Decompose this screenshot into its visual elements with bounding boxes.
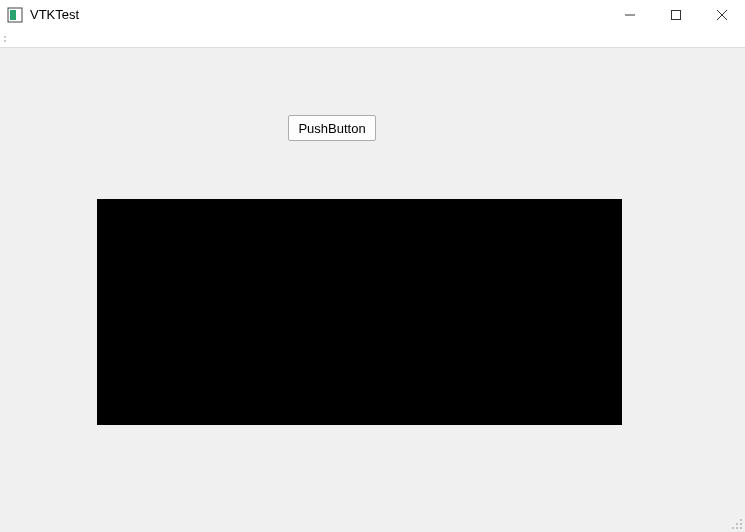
maximize-button[interactable]	[653, 0, 699, 30]
svg-rect-3	[672, 11, 681, 20]
svg-point-13	[740, 527, 742, 529]
window-controls	[607, 0, 745, 29]
toolbar-grip-icon[interactable]	[4, 35, 10, 43]
svg-point-11	[732, 527, 734, 529]
push-button[interactable]: PushButton	[288, 115, 376, 141]
push-button-label: PushButton	[298, 121, 365, 136]
close-button[interactable]	[699, 0, 745, 30]
minimize-button[interactable]	[607, 0, 653, 30]
svg-point-10	[740, 523, 742, 525]
app-icon	[7, 7, 23, 23]
window-title: VTKTest	[30, 7, 79, 22]
svg-point-7	[4, 40, 6, 42]
svg-point-12	[736, 527, 738, 529]
svg-point-6	[4, 36, 6, 38]
window-titlebar: VTKTest	[0, 0, 745, 30]
svg-rect-1	[10, 10, 16, 20]
client-area: PushButton	[0, 48, 745, 532]
toolbar-area	[0, 30, 745, 48]
resize-grip[interactable]	[727, 514, 743, 530]
svg-point-9	[736, 523, 738, 525]
svg-point-8	[740, 519, 742, 521]
vtk-render-window[interactable]	[97, 199, 622, 425]
